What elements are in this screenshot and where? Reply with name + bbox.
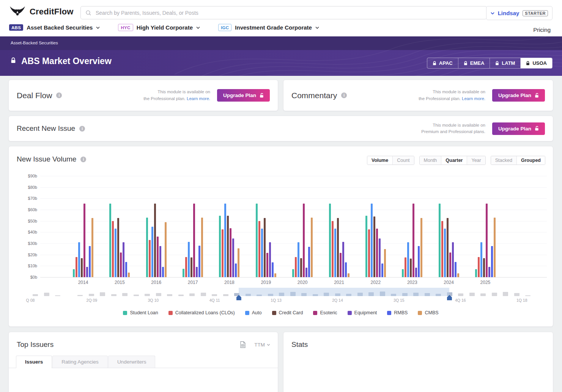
region-button-apac[interactable]: APAC xyxy=(427,58,458,68)
chart-bar xyxy=(230,228,231,277)
chart-bar xyxy=(345,262,347,277)
region-label: USOA xyxy=(532,60,547,66)
info-icon[interactable]: i xyxy=(79,126,85,132)
legend-swatch xyxy=(245,311,249,315)
legend-item[interactable]: Esoteric xyxy=(313,310,337,315)
info-icon[interactable]: i xyxy=(341,93,347,98)
upgrade-plan-button[interactable]: Upgrade Plan xyxy=(492,89,545,102)
chart-bar xyxy=(371,204,373,277)
chart-bar xyxy=(222,229,224,277)
legend-item[interactable]: Auto xyxy=(245,310,262,315)
region-button-usoa[interactable]: USOA xyxy=(521,58,552,68)
region-button-emea[interactable]: EMEA xyxy=(458,58,490,68)
chart-bar xyxy=(308,247,310,277)
chart-bar xyxy=(305,268,307,277)
chart-bar xyxy=(227,216,229,277)
chart-bar xyxy=(298,242,299,277)
nav-item-abs[interactable]: ABS Asset Backed Securities xyxy=(9,24,100,31)
chart-bar xyxy=(86,267,88,277)
chart-bar xyxy=(340,253,342,277)
tab-underwriters[interactable]: Underwriters xyxy=(108,356,156,368)
gridline xyxy=(40,198,547,199)
chart-bar xyxy=(151,227,153,278)
recent-new-issue-card: Recent New Issue i This module is availa… xyxy=(8,116,553,141)
legend-label: Equipment xyxy=(354,310,377,315)
chart-bar xyxy=(441,221,443,277)
chart-bar xyxy=(418,246,420,277)
chart-bar xyxy=(157,237,159,277)
chart-bar xyxy=(486,204,488,277)
legend-item[interactable]: RMBS xyxy=(387,310,408,315)
chart-bar xyxy=(447,218,449,277)
chart-bar xyxy=(183,269,184,277)
chevron-down-icon xyxy=(267,344,270,346)
chart-bar xyxy=(224,204,226,277)
legend-swatch xyxy=(123,311,127,315)
chart-bar xyxy=(89,246,91,277)
legend-item[interactable]: CMBS xyxy=(418,310,438,315)
y-axis-tick: $50b xyxy=(14,219,37,223)
unlock-icon xyxy=(260,93,264,98)
learn-more-link[interactable]: Learn more. xyxy=(462,96,485,101)
search-input[interactable] xyxy=(95,9,482,16)
period-select[interactable]: TTM xyxy=(254,342,270,348)
export-xls-icon[interactable] xyxy=(240,341,246,348)
chart-bar xyxy=(188,242,190,278)
chart-bar xyxy=(258,221,260,277)
hyc-badge: HYC xyxy=(118,24,133,31)
nav-label: High Yield Corporate xyxy=(137,24,193,31)
chart-bar xyxy=(165,222,167,277)
deal-flow-card: Deal Flow i This module is available on … xyxy=(8,80,278,111)
legend-item[interactable]: Collateralized Loans (CLOs) xyxy=(168,310,235,315)
chart-bar xyxy=(478,257,480,277)
nav-label: Investment Grade Corporate xyxy=(235,24,312,31)
chart-bar xyxy=(410,259,412,277)
y-axis-tick: $80b xyxy=(14,185,37,190)
tab-issuers[interactable]: Issuers xyxy=(16,356,52,368)
upgrade-plan-button[interactable]: Upgrade Plan xyxy=(217,89,270,102)
chart-bar xyxy=(300,258,302,277)
y-axis-tick: $0b xyxy=(14,275,37,279)
chart-bar xyxy=(190,257,192,277)
deal-flow-title: Deal Flow xyxy=(17,91,52,100)
region-button-latm[interactable]: LATM xyxy=(490,58,521,68)
chart-bar xyxy=(480,242,482,277)
region-toggle-group: APACEMEALATMUSOA xyxy=(427,58,553,69)
chart-bar xyxy=(269,242,271,277)
pricing-link[interactable]: Pricing xyxy=(533,27,551,33)
tab-rating-agencies[interactable]: Rating Agencies xyxy=(52,356,108,368)
chart-bar xyxy=(415,268,417,277)
chart-bar xyxy=(405,257,406,277)
legend-swatch xyxy=(387,311,391,315)
chart-bar xyxy=(475,269,477,277)
recent-new-issue-title: Recent New Issue xyxy=(17,124,75,133)
chart-bar xyxy=(494,218,496,277)
info-icon[interactable]: i xyxy=(56,93,62,98)
upgrade-plan-button[interactable]: Upgrade Plan xyxy=(492,122,545,135)
lock-icon xyxy=(495,61,499,66)
upgrade-notice: This module is available on Premium and … xyxy=(421,122,485,135)
chart-bar xyxy=(452,242,454,277)
brush-selection[interactable] xyxy=(239,288,449,296)
legend-label: Auto xyxy=(252,310,262,315)
region-label: LATM xyxy=(502,60,515,66)
chart-bar xyxy=(402,269,404,277)
learn-more-link[interactable]: Learn more. xyxy=(187,96,210,101)
chart-bar xyxy=(193,204,195,277)
region-label: EMEA xyxy=(470,60,485,66)
breadcrumb-bar xyxy=(0,36,562,50)
chart-bar xyxy=(235,263,237,277)
legend-item[interactable]: Equipment xyxy=(348,310,377,315)
chart-bar xyxy=(81,258,83,277)
nav-label: Asset Backed Securities xyxy=(27,24,93,31)
chart-bar xyxy=(342,242,344,278)
chart-bar xyxy=(159,246,161,277)
legend-item[interactable]: Credit Card xyxy=(272,310,303,315)
chart-bar xyxy=(198,246,200,277)
legend-swatch xyxy=(313,311,317,315)
user-menu[interactable]: Lindsay STARTER xyxy=(486,6,553,20)
nav-item-hyc[interactable]: HYC High Yield Corporate xyxy=(118,24,200,31)
nav-item-igc[interactable]: IGC Investment Grade Corporate xyxy=(218,24,319,31)
legend-item[interactable]: Student Loan xyxy=(123,310,158,315)
page-title: ABS Market Overview xyxy=(21,56,112,66)
